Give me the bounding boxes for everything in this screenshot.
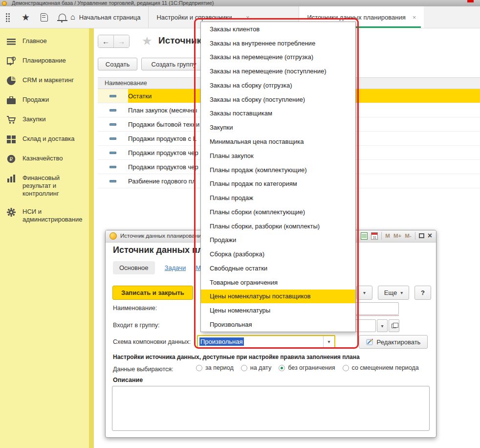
app-1c-icon — [2, 1, 7, 6]
radio-circle-icon[interactable] — [279, 365, 285, 371]
radio-option[interactable]: за период — [196, 364, 234, 371]
sidebar-item-label: Закупки — [22, 115, 45, 123]
edit-schema-button[interactable]: Редактировать — [359, 335, 428, 349]
choose-from-list-icon — [392, 324, 396, 328]
create-button[interactable]: Создать — [98, 58, 137, 70]
calendar-icon[interactable]: 31 — [371, 232, 378, 240]
sidebar-splitter[interactable] — [89, 28, 94, 448]
sections-sidebar: Главное Планирование CRM и маркетинг Про… — [0, 28, 89, 448]
ruble-circle-icon: ₽ — [6, 154, 16, 164]
create-group-button[interactable]: Создать группу — [141, 58, 206, 70]
warehouse-grid-icon — [6, 134, 16, 144]
dropdown-item[interactable]: Заказы поставщикам — [201, 107, 355, 121]
dropdown-item[interactable]: Заказы на сборку (поступление) — [201, 92, 355, 107]
group-dropdown-button[interactable]: ▾ — [377, 319, 388, 332]
save-and-close-button[interactable]: Записать и закрыть — [112, 286, 193, 300]
dropdown-item[interactable]: Заказы на внутреннее потребление — [201, 36, 355, 50]
spreadsheet-icon[interactable] — [361, 232, 368, 240]
dropdown-item[interactable]: Планы продаж по категориям — [201, 177, 355, 191]
dropdown-item[interactable]: Сборка (разборка) — [201, 247, 355, 261]
radio-option[interactable]: без ограничения — [279, 364, 335, 371]
sidebar-item-purchases[interactable]: Закупки — [0, 110, 89, 130]
dialog-tab-tasks[interactable]: Задачи — [165, 264, 186, 271]
group-choose-button[interactable] — [389, 319, 399, 332]
briefcase-icon — [6, 95, 16, 105]
row-icon-cell — [98, 117, 128, 131]
bar-chart-icon — [6, 174, 16, 183]
list-item-dash-icon — [109, 109, 116, 112]
cart-icon — [6, 115, 16, 125]
tab-close-icon[interactable]: × — [413, 14, 416, 21]
pie-chart-icon — [6, 76, 16, 86]
dropdown-item[interactable]: Заказы на перемещение (поступление) — [201, 64, 355, 78]
row-icon-cell — [98, 160, 128, 174]
sidebar-item-warehouse[interactable]: Склад и доставка — [0, 130, 89, 149]
radio-option[interactable]: со смещением периода — [343, 364, 419, 371]
dropdown-item[interactable]: Планы продаж (комплектующие) — [201, 163, 355, 177]
app-menu-icon[interactable] — [6, 13, 11, 22]
help-button[interactable]: ? — [415, 286, 431, 300]
add-to-favorites-star-icon[interactable]: ★ — [142, 34, 153, 48]
combobox-arrow-button[interactable]: ▾ — [323, 336, 334, 347]
radio-option[interactable]: на дату — [241, 364, 271, 371]
schema-dropdown-popup: Заказы клиентовЗаказы на внутреннее потр… — [200, 22, 356, 332]
schema-combobox[interactable]: Произвольная ▾ — [197, 335, 335, 348]
back-button[interactable]: ← — [98, 35, 114, 47]
split-dropdown-button[interactable]: ▾ — [356, 286, 372, 300]
chevron-down-icon: ▾ — [400, 290, 403, 295]
list-item-dash-icon — [109, 137, 116, 140]
more-button[interactable]: Еще ▾ — [378, 286, 409, 300]
name-field-label: Наименование: — [113, 305, 157, 312]
tab-close-icon[interactable]: × — [246, 14, 250, 21]
schema-combobox-value: Произвольная — [199, 337, 244, 346]
dropdown-item[interactable]: Цены номенклатуры поставщиков — [201, 290, 355, 304]
dropdown-item[interactable]: Произвольная — [201, 317, 355, 332]
dropdown-item[interactable]: Свободные остатки — [201, 261, 355, 275]
window-close-button-fragment[interactable] — [467, 0, 474, 2]
gear-icon — [6, 207, 16, 217]
sidebar-item-main[interactable]: Главное — [0, 32, 89, 51]
dialog-tab-main[interactable]: Основное — [113, 261, 155, 274]
sidebar-item-planning[interactable]: Планирование — [0, 51, 89, 71]
dropdown-item[interactable]: Планы закупок — [201, 149, 355, 163]
radio-circle-icon[interactable] — [241, 365, 247, 371]
memory-m-minus-button[interactable]: M- — [405, 233, 411, 239]
maximize-icon[interactable] — [419, 233, 424, 238]
dialog-title: Источник данных планировани — [120, 233, 201, 239]
memory-m-button[interactable]: M — [385, 233, 390, 239]
dropdown-item[interactable]: Планы сборки, разборки (комплекты) — [201, 219, 355, 233]
sidebar-item-label: Планирование — [22, 56, 66, 65]
sidebar-item-label: Главное — [22, 37, 47, 45]
window-titlebar: Демонстрационная база / Управление торго… — [0, 0, 480, 6]
forward-button[interactable]: → — [114, 35, 129, 47]
sidebar-item-label: CRM и маркетинг — [22, 76, 74, 84]
sidebar-item-crm-marketing[interactable]: CRM и маркетинг — [0, 71, 89, 90]
radio-circle-icon[interactable] — [196, 365, 202, 371]
favorites-icon[interactable]: ★ — [22, 13, 30, 22]
tab-home[interactable]: ⌂ Начальная страница — [63, 6, 148, 28]
memory-m-plus-button[interactable]: M+ — [393, 233, 401, 239]
nav-history-group: ← → — [98, 35, 130, 48]
dropdown-item[interactable]: Минимальная цена поставщика — [201, 134, 355, 149]
sidebar-item-label: Склад и доставка — [22, 134, 75, 143]
sidebar-item-financial-result[interactable]: Финансовый результат и контроллинг — [0, 169, 89, 202]
description-textarea[interactable] — [112, 386, 430, 431]
dropdown-item[interactable]: Товарные ограничения — [201, 275, 355, 290]
dropdown-item[interactable]: Заказы клиентов — [201, 22, 355, 36]
radio-circle-icon[interactable] — [343, 365, 349, 371]
sidebar-item-treasury[interactable]: ₽ Казначейство — [0, 149, 89, 169]
menu-icon — [6, 37, 16, 46]
close-icon[interactable]: × — [428, 232, 432, 240]
dropdown-item[interactable]: Продажи — [201, 233, 355, 247]
home-icon: ⌂ — [70, 13, 75, 22]
dropdown-item[interactable]: Закупки — [201, 120, 355, 134]
sidebar-item-sales[interactable]: Продажи — [0, 90, 89, 110]
dropdown-item[interactable]: Цены номенклатуры — [201, 303, 355, 317]
dropdown-item[interactable]: Планы сборки (комплектующие) — [201, 205, 355, 219]
sidebar-item-nsi-administration[interactable]: НСИ и администрирование — [0, 202, 89, 228]
dropdown-item[interactable]: Заказы на перемещение (отгрузка) — [201, 50, 355, 65]
dropdown-item[interactable]: Заказы на сборку (отгрузка) — [201, 78, 355, 92]
dropdown-item[interactable]: Планы продаж — [201, 191, 355, 205]
history-icon[interactable] — [41, 13, 48, 22]
list-item-dash-icon — [109, 123, 116, 126]
